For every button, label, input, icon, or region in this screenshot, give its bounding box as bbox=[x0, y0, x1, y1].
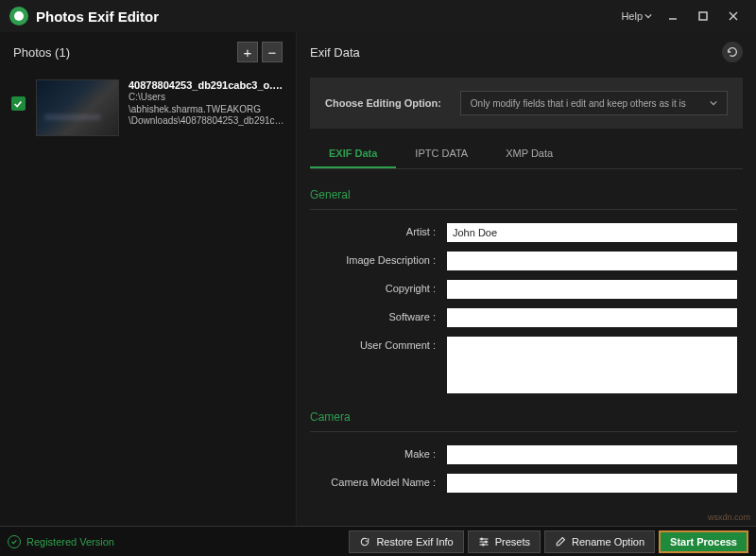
status-text: Registered Version bbox=[26, 536, 114, 547]
photos-count: Photos (1) bbox=[13, 45, 70, 60]
tab-xmp-data[interactable]: XMP Data bbox=[487, 140, 572, 168]
field-artist: Artist : bbox=[310, 223, 737, 242]
help-label: Help bbox=[621, 10, 643, 22]
field-make: Make : bbox=[310, 445, 737, 464]
input-model[interactable] bbox=[447, 474, 737, 493]
footer-buttons: Restore Exif Info Presets Rename Option … bbox=[349, 530, 748, 553]
check-icon bbox=[13, 99, 23, 109]
chevron-down-icon bbox=[710, 99, 717, 107]
add-photo-button[interactable]: + bbox=[237, 42, 258, 62]
restore-exif-button[interactable]: Restore Exif Info bbox=[349, 530, 463, 553]
input-software[interactable] bbox=[447, 308, 737, 327]
svg-point-7 bbox=[480, 537, 482, 539]
help-menu[interactable]: Help bbox=[617, 7, 656, 26]
footer-bar: Registered Version Restore Exif Info Pre… bbox=[0, 526, 756, 556]
presets-label: Presets bbox=[495, 536, 530, 547]
form-scroll[interactable]: General Artist : Image Description : Cop… bbox=[297, 169, 756, 526]
field-copyright: Copyright : bbox=[310, 280, 737, 299]
title-left: Photos Exif Editor bbox=[9, 7, 159, 26]
editing-option-label: Choose Editing Option: bbox=[325, 97, 441, 109]
tab-exif-data[interactable]: EXIF Data bbox=[310, 140, 396, 168]
label-software: Software : bbox=[310, 308, 447, 322]
photo-path-1: C:\Users bbox=[129, 91, 286, 103]
restore-label: Restore Exif Info bbox=[376, 536, 453, 547]
input-make[interactable] bbox=[447, 445, 737, 464]
exif-panel: Exif Data Choose Editing Option: Only mo… bbox=[297, 32, 756, 526]
app-logo-icon bbox=[9, 7, 28, 26]
field-description: Image Description : bbox=[310, 252, 737, 270]
input-user-comment[interactable] bbox=[447, 337, 737, 393]
rename-label: Rename Option bbox=[572, 536, 644, 547]
photo-meta: 40878804253_db291cabc3_o.png C:\Users \a… bbox=[129, 79, 286, 126]
tab-iptc-data[interactable]: IPTC DATA bbox=[396, 140, 487, 168]
sidebar-header: Photos (1) + − bbox=[0, 32, 296, 72]
registered-icon bbox=[8, 535, 21, 548]
svg-rect-1 bbox=[699, 12, 707, 20]
editing-option-row: Choose Editing Option: Only modify field… bbox=[310, 78, 743, 129]
panel-title: Exif Data bbox=[310, 45, 360, 60]
input-artist[interactable] bbox=[447, 223, 737, 242]
input-description[interactable] bbox=[447, 252, 737, 270]
tab-strip: EXIF Data IPTC DATA XMP Data bbox=[310, 140, 743, 169]
label-make: Make : bbox=[310, 445, 447, 460]
field-software: Software : bbox=[310, 308, 737, 327]
pencil-icon bbox=[555, 536, 566, 547]
field-model: Camera Model Name : bbox=[310, 474, 737, 493]
photo-thumbnail bbox=[36, 79, 119, 136]
photo-list-item[interactable]: 40878804253_db291cabc3_o.png C:\Users \a… bbox=[0, 72, 296, 144]
add-remove-group: + − bbox=[237, 42, 283, 62]
start-label: Start Process bbox=[670, 536, 737, 547]
registration-status: Registered Version bbox=[8, 535, 114, 548]
photos-sidebar: Photos (1) + − 40878804253_db291cabc3_o.… bbox=[0, 32, 297, 526]
label-user-comment: User Comment : bbox=[310, 337, 447, 351]
title-bar: Photos Exif Editor Help bbox=[0, 0, 756, 32]
photo-path-2: \abhishek.sharma.TWEAKORG bbox=[129, 103, 286, 115]
label-artist: Artist : bbox=[310, 223, 447, 237]
rename-option-button[interactable]: Rename Option bbox=[544, 530, 655, 553]
start-process-button[interactable]: Start Process bbox=[659, 530, 748, 553]
group-camera-title: Camera bbox=[310, 410, 737, 432]
minimize-button[interactable] bbox=[660, 3, 686, 29]
title-right: Help bbox=[617, 3, 747, 29]
maximize-button[interactable] bbox=[690, 3, 716, 29]
field-user-comment: User Comment : bbox=[310, 337, 737, 393]
photo-path-3: \Downloads\40878804253_db291ca... bbox=[129, 115, 286, 126]
restore-icon bbox=[359, 536, 370, 547]
svg-point-9 bbox=[482, 543, 484, 545]
photo-filename: 40878804253_db291cabc3_o.png bbox=[129, 79, 286, 91]
sliders-icon bbox=[478, 536, 490, 547]
watermark: wsxdn.com bbox=[708, 513, 750, 522]
presets-button[interactable]: Presets bbox=[468, 530, 541, 553]
app-title: Photos Exif Editor bbox=[36, 9, 159, 25]
group-general-title: General bbox=[310, 188, 737, 210]
input-copyright[interactable] bbox=[447, 280, 737, 299]
photo-checkbox[interactable] bbox=[11, 96, 26, 111]
close-button[interactable] bbox=[720, 3, 747, 29]
chevron-down-icon bbox=[644, 12, 652, 20]
main-header: Exif Data bbox=[297, 32, 756, 72]
refresh-icon bbox=[726, 45, 739, 59]
editing-option-dropdown[interactable]: Only modify fields that i edit and keep … bbox=[460, 91, 728, 115]
remove-photo-button[interactable]: − bbox=[262, 42, 283, 62]
label-copyright: Copyright : bbox=[310, 280, 447, 294]
label-model: Camera Model Name : bbox=[310, 474, 447, 488]
label-description: Image Description : bbox=[310, 252, 447, 266]
editing-option-value: Only modify fields that i edit and keep … bbox=[471, 98, 686, 109]
refresh-button[interactable] bbox=[722, 42, 743, 62]
svg-point-8 bbox=[485, 540, 487, 542]
